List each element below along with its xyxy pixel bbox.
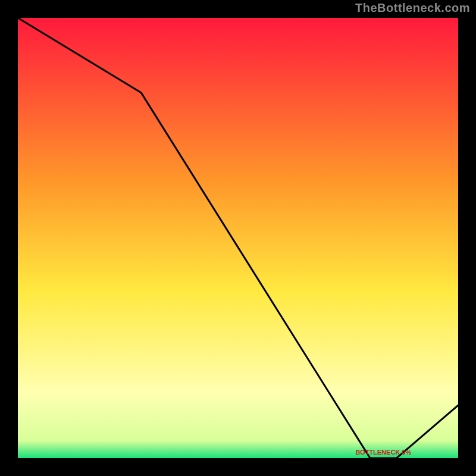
gradient-background <box>18 18 458 458</box>
chart-frame: TheBottleneck.com BOTTLENECK 0% <box>0 0 476 476</box>
plot-area: BOTTLENECK 0% <box>18 18 458 458</box>
source-attribution: TheBottleneck.com <box>355 1 470 15</box>
bottleneck-label: BOTTLENECK 0% <box>355 449 411 456</box>
bottleneck-chart: BOTTLENECK 0% <box>18 18 458 458</box>
